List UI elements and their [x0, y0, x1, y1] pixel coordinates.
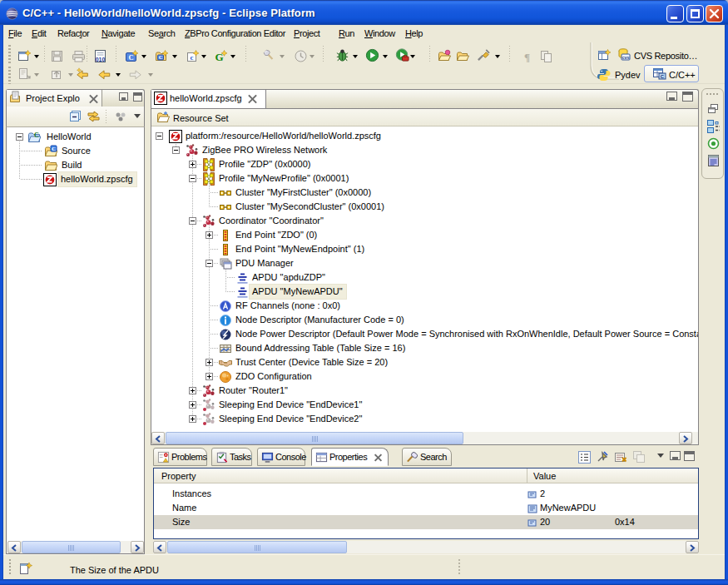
svg-text:C: C [159, 54, 163, 60]
svg-text:c: c [191, 53, 194, 62]
svg-text:C: C [661, 74, 665, 79]
svg-text:G: G [215, 51, 223, 63]
svg-text:C: C [128, 53, 133, 62]
svg-text:010: 010 [96, 57, 106, 62]
svg-text:cvs: cvs [622, 55, 629, 60]
svg-text:¶: ¶ [524, 51, 530, 63]
